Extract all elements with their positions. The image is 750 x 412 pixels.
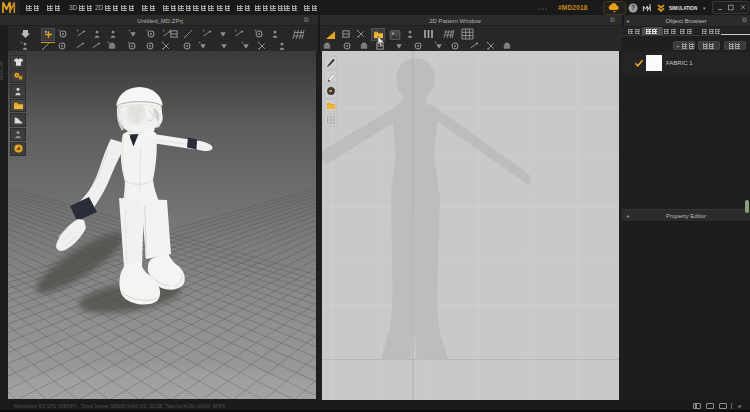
- svg-text:?: ?: [631, 4, 635, 11]
